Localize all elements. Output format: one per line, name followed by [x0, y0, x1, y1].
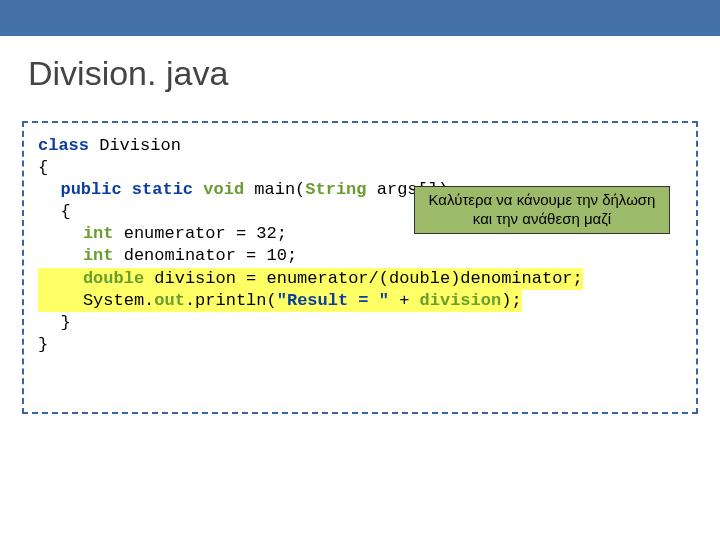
- line-3: public static void main(String args[]): [38, 180, 448, 199]
- slide-title: Division. java: [0, 36, 720, 93]
- stmt-enum: enumerator = 32;: [124, 224, 287, 243]
- type-int-2: int: [83, 246, 124, 265]
- callout-box: Καλύτερα να κάνουμε την δήλωση και την α…: [414, 186, 670, 234]
- string-literal: "Result = ": [277, 291, 399, 310]
- header-bar: [0, 0, 720, 36]
- line-2: {: [38, 158, 48, 177]
- type-string: String: [305, 180, 376, 199]
- method-main: main(: [254, 180, 305, 199]
- plus-op: +: [399, 291, 419, 310]
- keyword-class: class: [38, 136, 99, 155]
- callout-line-2: και την ανάθεση μαζί: [425, 210, 659, 229]
- brace-close-inner: }: [60, 313, 70, 332]
- keyword-public: public: [60, 180, 131, 199]
- line-9: }: [38, 313, 71, 332]
- stmt-division: division = enumerator/(double)denominato…: [154, 269, 582, 288]
- line-6: int denominator = 10;: [38, 246, 297, 265]
- keyword-static: static: [132, 180, 203, 199]
- type-double: double: [83, 269, 154, 288]
- stmt-system: System.: [83, 291, 154, 310]
- line-10: }: [38, 335, 48, 354]
- type-void: void: [203, 180, 254, 199]
- type-int-1: int: [83, 224, 124, 243]
- code-block: class Division { public static void main…: [38, 135, 682, 356]
- line-5: int enumerator = 32;: [38, 224, 287, 243]
- stmt-denom: denominator = 10;: [124, 246, 297, 265]
- code-box: class Division { public static void main…: [22, 121, 698, 414]
- callout-line-1: Καλύτερα να κάνουμε την δήλωση: [425, 191, 659, 210]
- stmt-end: );: [501, 291, 521, 310]
- brace-open-inner: {: [60, 202, 70, 221]
- line-4: {: [38, 202, 71, 221]
- stmt-println: .println(: [185, 291, 277, 310]
- line-7: double division = enumerator/(double)den…: [38, 268, 583, 290]
- class-name: Division: [99, 136, 181, 155]
- line-1: class Division: [38, 136, 181, 155]
- line-8: System.out.println("Result = " + divisio…: [38, 290, 522, 312]
- field-out: out: [154, 291, 185, 310]
- var-division: division: [420, 291, 502, 310]
